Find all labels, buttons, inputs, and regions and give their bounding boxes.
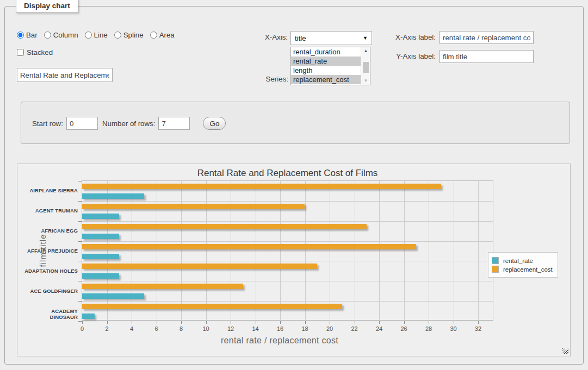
x-tick-label: 30 (445, 325, 462, 332)
display-chart-fieldset: Display chart BarColumnLineSplineArea St… (4, 6, 584, 365)
x-tick-mark (305, 321, 306, 324)
x-tick-mark (107, 321, 108, 324)
chart-legend: rental_ratereplacement_cost (488, 252, 558, 278)
bar-replacement_cost (82, 224, 367, 229)
x-tick-label: 2 (99, 325, 115, 332)
chart-title: Rental Rate and Replacement Cost of Film… (82, 168, 493, 179)
chart-type-radio-line[interactable] (85, 32, 92, 39)
chart-type-label: Bar (26, 31, 38, 39)
grid-line (280, 181, 281, 320)
x-tick-label: 8 (173, 325, 189, 332)
x-tick-label: 12 (222, 325, 239, 332)
category-label: AFRICAN EGG (22, 228, 78, 234)
grid-line (82, 221, 493, 222)
grid-line (82, 201, 493, 202)
chart-type-option-area[interactable]: Area (150, 31, 175, 39)
x-tick-label: 24 (371, 325, 387, 332)
y-tick-mark (78, 201, 82, 202)
x-tick-mark (355, 321, 355, 324)
bar-replacement_cost (82, 304, 342, 309)
chart-type-option-line[interactable]: Line (85, 31, 108, 39)
chart-type-option-spline[interactable]: Spline (114, 31, 144, 39)
x-tick-mark (404, 321, 405, 324)
x-tick-mark (330, 321, 330, 324)
bar-rental_rate (82, 214, 119, 219)
chart-type-label: Line (94, 31, 108, 39)
x-tick-mark (379, 321, 380, 324)
chart-type-option-bar[interactable]: Bar (17, 31, 38, 39)
grid-line (355, 181, 355, 320)
chart-panel: Rental Rate and Replacement Cost of Film… (17, 164, 571, 356)
grid-line (379, 181, 380, 320)
category-label: AFFAIR PREJUDICE (22, 248, 78, 254)
x-tick-label: 16 (272, 325, 288, 332)
series-label: Series: (233, 75, 288, 83)
bar-replacement_cost (82, 284, 243, 289)
chart-type-radio-bar[interactable] (17, 32, 24, 39)
chart-title-input[interactable] (17, 68, 113, 82)
go-button[interactable]: Go (203, 117, 226, 130)
y-tick-mark (78, 261, 82, 261)
chart-type-radio-area[interactable] (150, 32, 157, 39)
x-tick-label: 4 (123, 325, 140, 332)
x-tick-mark (256, 321, 256, 324)
plot-area: 02468101214161820222426283032AIRPLANE SI… (82, 180, 493, 321)
grid-line (429, 181, 429, 320)
y-axis-label-input[interactable] (440, 50, 534, 63)
grid-line (82, 241, 493, 242)
grid-line (157, 181, 157, 320)
x-tick-label: 28 (420, 325, 437, 332)
x-tick-mark (478, 321, 479, 324)
panel-title: Display chart (16, 0, 78, 13)
legend-item: rental_rate (492, 257, 553, 264)
chart-type-option-column[interactable]: Column (44, 31, 78, 39)
series-option-replacement_cost[interactable]: replacement_cost (291, 75, 370, 84)
start-row-label: Start row: (32, 120, 63, 128)
x-tick-mark (181, 321, 182, 324)
stacked-checkbox[interactable] (17, 49, 24, 56)
bar-rental_rate (82, 234, 119, 239)
category-label: AIRPLANE SIERRA (22, 187, 78, 193)
grid-line (82, 301, 493, 302)
bar-replacement_cost (82, 204, 305, 209)
x-axis-label-input[interactable] (440, 31, 534, 44)
legend-label: rental_rate (503, 258, 533, 264)
x-tick-label: 6 (148, 325, 165, 332)
grid-line (404, 181, 405, 320)
grid-line (231, 181, 231, 320)
chart-type-group: BarColumnLineSplineArea (17, 31, 181, 39)
category-label: ACADEMY DINOSAUR (22, 308, 78, 320)
chart-type-radio-column[interactable] (44, 32, 51, 39)
series-option-length[interactable]: length (291, 66, 370, 75)
bar-replacement_cost (82, 184, 441, 189)
x-tick-mark (157, 321, 157, 324)
grid-line (107, 181, 108, 320)
grid-line (454, 181, 454, 320)
category-label: ADAPTATION HOLES (22, 268, 78, 274)
bar-rental_rate (82, 193, 144, 199)
x-axis-select-label: X-Axis: (222, 33, 288, 41)
chart-type-label: Column (53, 31, 78, 39)
y-tick-mark (78, 321, 82, 322)
grid-line (206, 181, 207, 320)
chart-type-radio-spline[interactable] (114, 32, 121, 39)
start-row-input[interactable] (66, 117, 98, 130)
stacked-option: Stacked (17, 48, 53, 57)
num-rows-input[interactable] (158, 117, 190, 130)
x-tick-mark (231, 321, 231, 324)
x-tick-mark (206, 321, 207, 324)
y-tick-mark (78, 301, 82, 302)
grid-line (478, 181, 479, 320)
category-label: AGENT TRUMAN (22, 208, 78, 214)
y-axis-title: film title (38, 234, 47, 267)
x-axis-label-caption: X-Axis label: (358, 33, 436, 41)
chart-type-label: Area (159, 31, 175, 39)
x-tick-mark (454, 321, 454, 324)
scrollbar-thumb[interactable] (363, 62, 369, 73)
resize-handle-icon[interactable] (562, 348, 568, 354)
x-tick-label: 20 (321, 325, 338, 332)
row-range-form: Start row: Number of rows: Go (21, 102, 570, 144)
scroll-down-icon[interactable]: ▼ (361, 77, 370, 85)
legend-swatch (492, 266, 499, 273)
bar-rental_rate (82, 273, 119, 279)
